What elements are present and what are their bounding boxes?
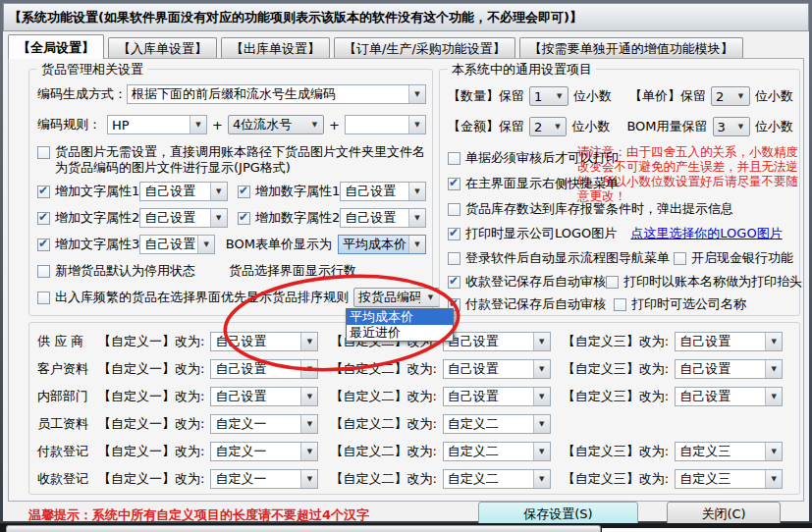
combo-value: 自己设置 (215, 360, 298, 378)
bom-price-select[interactable]: 平均成本价 ▼ (338, 235, 426, 254)
price-decimal-select[interactable]: 2 ▼ (711, 86, 750, 106)
tab-outbound-settings[interactable]: 【出库单设置】 (221, 37, 330, 59)
receipt-custom2-select[interactable]: 自定义二 ▼ (443, 469, 551, 489)
supplier-custom3-select[interactable]: 自己设置 ▼ (675, 332, 783, 351)
code-prefix-value: HP (112, 118, 188, 133)
code-suffix-select[interactable]: ▼ (345, 115, 426, 134)
frequent-priority-checkbox[interactable] (37, 292, 50, 304)
receipt-autoaudit-checkbox[interactable] (448, 276, 460, 289)
combo-value: 自己设置 (679, 360, 763, 378)
dropdown-option-latest-purchase[interactable]: 最近进价 (347, 325, 453, 341)
customer-custom2-select[interactable]: 自己设置 ▼ (443, 359, 551, 379)
employee-custom2-select[interactable]: 自定义二 ▼ (443, 414, 551, 434)
department-custom1-select[interactable]: 自己设置 ▼ (210, 387, 318, 406)
tab-value-added-modules[interactable]: 【按需要单独开通的增值功能模块】 (519, 37, 743, 59)
choose-logo-link[interactable]: 点这里选择你的LOGO图片 (630, 225, 782, 242)
supplier-custom1-select[interactable]: 自己设置 ▼ (210, 332, 318, 351)
chevron-down-icon: ▼ (300, 388, 317, 405)
decimal-suffix: 位小数 (571, 118, 610, 135)
bom-decimal-label: BOM用量保留 (626, 118, 707, 135)
chevron-down-icon: ▼ (765, 470, 782, 488)
num-attr1-select[interactable]: 自己设置 ▼ (340, 182, 426, 201)
titlebar: 【系统功能设置(如果软件界面没有对应的功能项则表示该版本的软件没有这个功能，不必… (3, 3, 809, 31)
code-serial-select[interactable]: 4位流水号 ▼ (228, 115, 324, 134)
chevron-down-icon: ▼ (533, 360, 550, 378)
bom-decimal-select[interactable]: 3 ▼ (713, 117, 750, 136)
department-custom3-select[interactable]: 自己设置 ▼ (675, 387, 783, 406)
dropdown-option-average-cost[interactable]: 平均成本价 (347, 309, 453, 325)
combo-value: 自己设置 (448, 360, 531, 378)
chevron-down-icon: ▼ (408, 85, 425, 103)
chevron-down-icon: ▼ (422, 289, 439, 306)
text-attr3-select[interactable]: 自己设置 ▼ (139, 235, 215, 254)
flowchart-nav-checkbox[interactable] (448, 252, 460, 265)
chevron-down-icon: ▼ (300, 333, 317, 350)
print-logo-checkbox[interactable] (448, 228, 460, 240)
custom-field1-label: 【自定义一】改为: (98, 360, 204, 378)
product-image-checkbox[interactable] (37, 146, 50, 159)
quick-menu-checkbox[interactable] (448, 178, 460, 190)
employee-custom1-select[interactable]: 自定义一 ▼ (210, 414, 318, 434)
custom-field3-label: 【自定义三】改为: (563, 333, 669, 350)
tab-bar: 【全局设置】 【入库单设置】 【出库单设置】 【订单/生产/采购功能设置】 【按… (8, 33, 743, 59)
selection-rows-label: 货品选择界面显示行数 (229, 262, 356, 280)
print-company-name-checkbox[interactable] (614, 298, 626, 311)
background-window-strip (0, 523, 812, 532)
new-product-disabled-checkbox[interactable] (37, 265, 50, 278)
tab-inbound-settings[interactable]: 【入库单设置】 (108, 37, 217, 59)
chevron-down-icon: ▼ (533, 415, 550, 433)
chevron-down-icon: ▼ (197, 236, 214, 253)
payment-custom3-select[interactable]: 自定义三 ▼ (675, 442, 783, 461)
stock-alert-checkbox[interactable] (448, 203, 460, 216)
receipt-custom3-select[interactable]: 自定义三 ▼ (675, 469, 783, 489)
tab-global-settings[interactable]: 【全局设置】 (8, 34, 104, 59)
custom-field1-label: 【自定义一】改为: (98, 388, 204, 405)
chevron-down-icon: ▼ (732, 87, 749, 105)
code-prefix-select[interactable]: HP ▼ (107, 115, 207, 134)
code-gen-label: 编码生成方式： (37, 85, 127, 103)
num-attr1-value: 自己设置 (345, 183, 406, 200)
num-attr2-checkbox[interactable] (238, 212, 250, 225)
receipt-custom1-select[interactable]: 自定义一 ▼ (210, 469, 318, 489)
print-after-audit-label: 单据必须审核后才可以打印 (465, 149, 619, 167)
chevron-down-icon: ▼ (408, 209, 425, 227)
print-book-title-checkbox[interactable] (606, 276, 619, 289)
decimal-suffix: 位小数 (755, 87, 793, 105)
code-gen-value: 根据下面的前后缀和流水号生成编码 (132, 85, 406, 103)
print-after-audit-checkbox[interactable] (448, 152, 460, 165)
qty-decimal-select[interactable]: 1 ▼ (529, 86, 568, 106)
sort-rule-select[interactable]: 按货品编码 ▼ (353, 288, 440, 307)
price-decimal-value: 2 (716, 89, 731, 104)
text-attr3-checkbox[interactable] (37, 239, 50, 251)
customer-custom1-select[interactable]: 自己设置 ▼ (210, 359, 318, 379)
custom-field3-label: 【自定义三】改为: (563, 388, 669, 405)
text-attr1-checkbox[interactable] (37, 186, 50, 198)
custom-field3-label: 【自定义三】改为: (563, 470, 669, 488)
code-gen-select[interactable]: 根据下面的前后缀和流水号生成编码 ▼ (127, 84, 426, 104)
cash-bank-checkbox[interactable] (674, 252, 686, 265)
amount-decimal-value: 2 (534, 120, 547, 134)
background-window-titlebar (6, 525, 601, 532)
text-attr2-select[interactable]: 自己设置 ▼ (139, 208, 227, 228)
amount-decimal-select[interactable]: 2 ▼ (529, 117, 567, 136)
supplier-custom2-select[interactable]: 自己设置 ▼ (443, 332, 551, 351)
combo-value: 自定义三 (679, 470, 763, 488)
sort-rule-label: 货品排序规则 (272, 289, 349, 306)
text-attr2-checkbox[interactable] (37, 212, 50, 225)
qty-decimal-label: 【数量】保留 (448, 87, 524, 105)
department-custom2-select[interactable]: 自己设置 ▼ (443, 387, 551, 406)
tab-order-production-purchase[interactable]: 【订单/生产/采购功能设置】 (334, 37, 515, 59)
payment-custom1-select[interactable]: 自定义一 ▼ (210, 442, 318, 461)
num-attr2-label: 增加数字属性2 (255, 209, 340, 227)
code-serial-value: 4位流水号 (233, 116, 304, 133)
bom-price-dropdown-list: 平均成本价 最近进价 (346, 308, 454, 342)
payment-custom2-select[interactable]: 自定义二 ▼ (443, 442, 551, 461)
chevron-down-icon: ▼ (549, 118, 566, 135)
num-attr2-select[interactable]: 自己设置 ▼ (340, 208, 426, 228)
customer-custom3-select[interactable]: 自己设置 ▼ (675, 359, 783, 379)
product-settings-group: 货品管理相关设置 编码生成方式： 根据下面的前后缀和流水号生成编码 ▼ 编码规则… (28, 69, 433, 316)
text-attr1-select[interactable]: 自己设置 ▼ (139, 182, 227, 201)
num-attr1-checkbox[interactable] (238, 186, 250, 198)
combo-value: 自定义一 (215, 443, 298, 460)
custom-fields-group: 供 应 商 【自定义一】改为: 自己设置 ▼ 【自定义二】改为: 自己设置 ▼ … (28, 322, 800, 495)
